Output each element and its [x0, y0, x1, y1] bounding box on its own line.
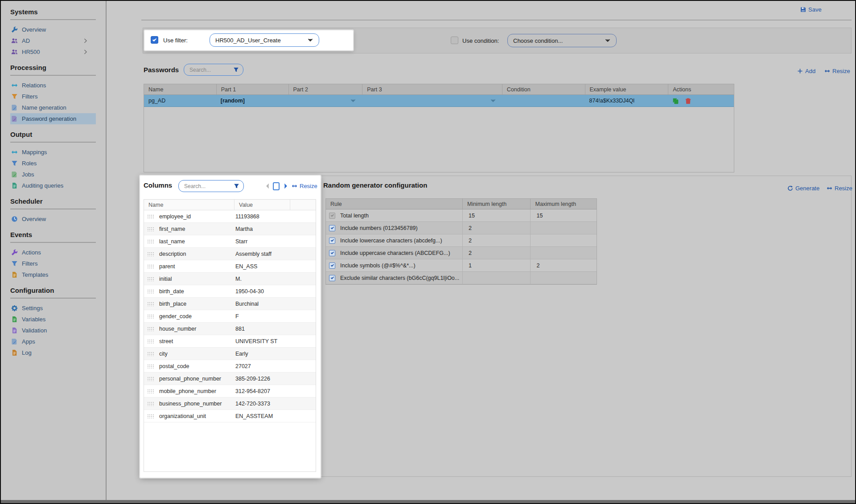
passwords-table-header: NamePart 1Part 2Part 3ConditionExample v…: [144, 84, 734, 95]
cell-part1: [random]: [216, 95, 288, 107]
section-divider: [10, 298, 96, 299]
drag-handle-icon[interactable]: [147, 364, 154, 369]
column-row[interactable]: business_phone_number142-720-3373: [144, 397, 316, 410]
drag-handle-icon[interactable]: [147, 264, 154, 269]
rule-checkbox[interactable]: [329, 250, 335, 256]
save-button[interactable]: Save: [800, 6, 822, 13]
pagination-next-icon[interactable]: [283, 183, 288, 189]
columns-search[interactable]: [178, 180, 244, 192]
sidebar-item-mappings[interactable]: Mappings: [10, 147, 96, 158]
drag-handle-icon[interactable]: [147, 214, 154, 219]
random-generator-resize-button[interactable]: Resize: [827, 185, 852, 192]
column-row[interactable]: last_nameStarr: [144, 235, 316, 248]
column-row[interactable]: mobile_phone_number312-954-8207: [144, 385, 316, 397]
trash-icon[interactable]: [685, 98, 691, 104]
sidebar-item-roles[interactable]: Roles: [10, 158, 96, 169]
pagination-page-icon[interactable]: [273, 182, 280, 190]
generate-button[interactable]: Generate: [787, 185, 819, 192]
sidebar-item-jobs[interactable]: Jobs: [10, 169, 96, 180]
sidebar-item-overview[interactable]: Overview: [10, 213, 96, 225]
cell-rule: Include lowercase characters (abcdefg...…: [326, 234, 462, 246]
sidebar-section-title: Scheduler: [10, 197, 96, 205]
column-row[interactable]: descriptionAssembly staff: [144, 248, 316, 260]
drag-handle-icon[interactable]: [147, 239, 154, 244]
passwords-search[interactable]: [184, 64, 243, 76]
drag-handle-icon[interactable]: [147, 326, 154, 331]
use-filter-checkbox[interactable]: [151, 36, 158, 44]
sidebar-item-filters[interactable]: Filters: [10, 258, 96, 269]
drag-handle-icon[interactable]: [147, 351, 154, 356]
drag-handle-icon[interactable]: [147, 301, 154, 306]
sidebar-item-log[interactable]: Log: [10, 347, 96, 358]
use-condition-label: Use condition:: [462, 37, 499, 44]
column-row[interactable]: postal_code27027: [144, 360, 316, 373]
sidebar-section-scheduler: SchedulerOverview: [10, 197, 96, 225]
column-row[interactable]: cityEarly: [144, 348, 316, 360]
drag-handle-icon[interactable]: [147, 389, 154, 393]
sidebar-item-validation[interactable]: Validation: [10, 325, 96, 336]
cell-name: personal_phone_number: [159, 376, 230, 382]
column-row[interactable]: house_number881: [144, 323, 316, 335]
cell-part3-dropdown[interactable]: [362, 95, 502, 107]
rule-row: Total length1515: [326, 209, 597, 222]
drag-handle-icon[interactable]: [147, 401, 154, 406]
column-row[interactable]: personal_phone_number385-209-1226: [144, 373, 316, 385]
sidebar-item-label: Log: [22, 349, 32, 356]
drag-handle-icon[interactable]: [147, 314, 154, 319]
column-row[interactable]: gender_codeF: [144, 310, 316, 323]
column-row[interactable]: first_nameMartha: [144, 223, 316, 235]
copy-icon[interactable]: [672, 98, 679, 104]
passwords-resize-button[interactable]: Resize: [824, 68, 850, 74]
filter-dropdown[interactable]: HR500_AD_User_Create: [210, 33, 319, 47]
column-row[interactable]: parentEN_ASS: [144, 260, 316, 273]
drag-handle-icon[interactable]: [147, 251, 154, 256]
resize-icon: [827, 185, 832, 191]
sidebar-item-filters[interactable]: Filters: [10, 91, 96, 102]
drag-handle-icon[interactable]: [147, 289, 154, 294]
column-row[interactable]: employee_id11193868: [144, 210, 316, 223]
drag-handle-icon[interactable]: [147, 414, 154, 418]
sidebar-item-settings[interactable]: Settings: [10, 303, 96, 314]
columns-search-input[interactable]: [183, 183, 231, 190]
sidebar-item-name-generation[interactable]: Name generation: [10, 102, 96, 113]
use-condition-checkbox[interactable]: [451, 37, 458, 44]
column-row[interactable]: birth_date1950-04-30: [144, 285, 316, 298]
sidebar-item-variables[interactable]: Variables: [10, 314, 96, 325]
rule-checkbox[interactable]: [329, 238, 335, 244]
cell-part2-dropdown[interactable]: [288, 95, 362, 107]
sidebar-item-apps[interactable]: Apps: [10, 336, 96, 347]
add-password-button[interactable]: Add: [797, 68, 815, 74]
chevron-right-icon: [82, 37, 89, 44]
pagination-previous-icon[interactable]: [265, 183, 271, 189]
drag-handle-icon[interactable]: [147, 226, 154, 231]
search-funnel-icon[interactable]: [234, 183, 239, 189]
sidebar-item-actions[interactable]: Actions: [10, 247, 96, 258]
drag-handle-icon[interactable]: [147, 276, 154, 281]
condition-dropdown[interactable]: Choose condition...: [507, 34, 617, 47]
sidebar-item-overview[interactable]: Overview: [10, 24, 96, 35]
search-funnel-icon[interactable]: [233, 67, 239, 73]
wrench-icon: [11, 249, 18, 256]
column-row[interactable]: streetUNIVERSITY ST: [144, 335, 316, 348]
column-row[interactable]: initialM.: [144, 273, 316, 285]
rule-checkbox[interactable]: [329, 275, 335, 281]
password-row[interactable]: pg_AD[random]874!a$Kx33DJ4Ql: [144, 95, 734, 107]
rule-label: Exclude similar characters (bG6cC(gq9L1l…: [340, 275, 459, 281]
sidebar-item-password-generation[interactable]: Password generation: [10, 113, 96, 124]
columns-resize-button[interactable]: Resize: [292, 183, 317, 189]
cell-value: 312-954-8207: [230, 388, 286, 394]
column-row[interactable]: organizational_unitEN_ASSTEAM: [144, 410, 316, 422]
cell-name: employee_id: [159, 213, 230, 220]
drag-handle-icon[interactable]: [147, 376, 154, 381]
rule-checkbox[interactable]: [329, 225, 335, 231]
rule-checkbox[interactable]: [329, 262, 335, 269]
column-row[interactable]: birth_placeBurchinal: [144, 298, 316, 310]
clock-icon: [11, 216, 18, 222]
sidebar-item-templates[interactable]: Templates: [10, 269, 96, 280]
sidebar-item-ad[interactable]: AD: [10, 35, 96, 46]
sidebar-item-hr500[interactable]: HR500: [10, 46, 96, 57]
passwords-search-input[interactable]: [189, 66, 230, 74]
drag-handle-icon[interactable]: [147, 339, 154, 344]
sidebar-item-auditing-queries[interactable]: Auditing queries: [10, 180, 96, 191]
sidebar-item-relations[interactable]: Relations: [10, 80, 96, 91]
